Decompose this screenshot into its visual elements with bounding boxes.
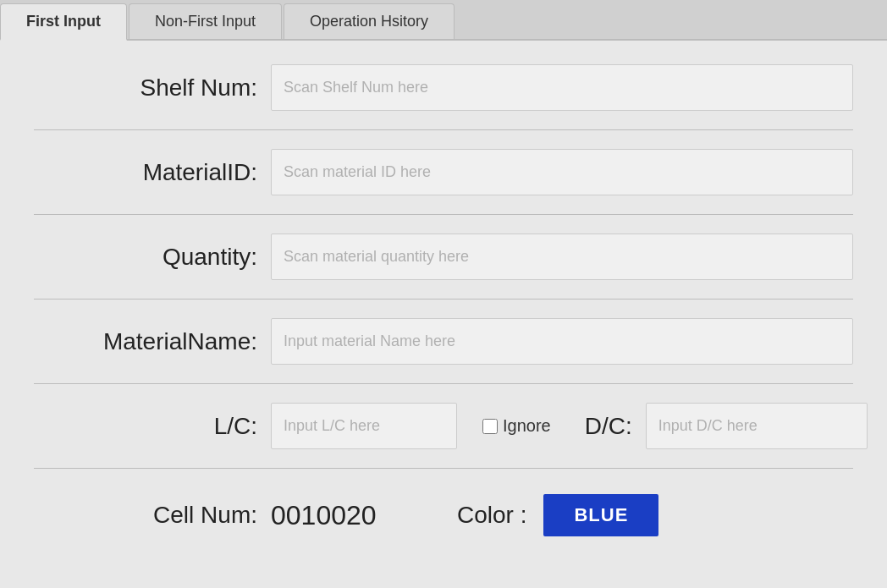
quantity-label: Quantity:: [34, 244, 271, 271]
material-id-input[interactable]: [271, 149, 853, 195]
lc-label: L/C:: [34, 413, 271, 440]
dc-input[interactable]: [646, 403, 868, 449]
tab-first-input[interactable]: First Input: [0, 3, 127, 41]
color-label: Color :: [457, 502, 543, 529]
cell-num-value: 0010020: [271, 500, 423, 531]
color-badge: BLUE: [543, 494, 658, 536]
app-container: First Input Non-First Input Operation Hs…: [0, 0, 887, 588]
lc-dc-row: L/C: Ignore D/C:: [34, 396, 853, 456]
ignore-group: Ignore: [482, 416, 551, 436]
divider-1: [34, 129, 853, 130]
material-name-row: MaterialName:: [34, 311, 853, 371]
material-id-label: MaterialID:: [34, 159, 271, 186]
divider-3: [34, 299, 853, 299]
material-id-row: MaterialID:: [34, 142, 853, 202]
main-content: Shelf Num: MaterialID: Quantity: Materia…: [0, 41, 887, 588]
cell-num-label: Cell Num:: [34, 502, 271, 529]
material-name-label: MaterialName:: [34, 328, 271, 355]
tab-non-first-input[interactable]: Non-First Input: [129, 3, 282, 39]
shelf-num-input[interactable]: [271, 64, 853, 111]
quantity-row: Quantity:: [34, 227, 853, 287]
shelf-num-row: Shelf Num:: [34, 58, 853, 118]
lc-input[interactable]: [271, 403, 457, 449]
tabs-bar: First Input Non-First Input Operation Hs…: [0, 0, 887, 41]
divider-4: [34, 383, 853, 384]
bottom-row: Cell Num: 0010020 Color : BLUE: [34, 481, 853, 543]
divider-5: [34, 468, 853, 469]
ignore-checkbox[interactable]: [482, 419, 498, 434]
dc-label: D/C:: [585, 413, 646, 440]
quantity-input[interactable]: [271, 234, 853, 280]
tab-operation-history[interactable]: Operation Hsitory: [284, 3, 455, 39]
shelf-num-label: Shelf Num:: [34, 74, 271, 102]
divider-2: [34, 214, 853, 215]
ignore-label: Ignore: [503, 416, 551, 436]
material-name-input[interactable]: [271, 318, 853, 365]
